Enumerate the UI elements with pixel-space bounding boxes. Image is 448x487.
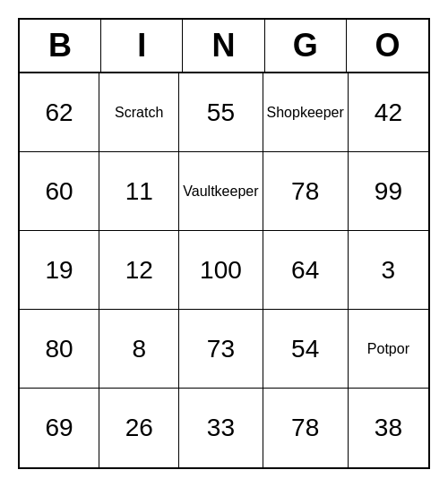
bingo-cell: 78: [263, 389, 349, 467]
bingo-cell: 73: [179, 310, 263, 389]
bingo-card: BINGO 62Scratch55Shopkeeper426011Vaultke…: [18, 18, 430, 469]
bingo-cell: 78: [263, 152, 349, 231]
bingo-cell: 3: [349, 231, 428, 310]
bingo-cell: Scratch: [99, 73, 179, 152]
bingo-cell: 54: [263, 310, 349, 389]
bingo-cell: 38: [349, 389, 428, 467]
bingo-cell: 62: [20, 73, 99, 152]
bingo-cell: 100: [179, 231, 263, 310]
bingo-header-letter: O: [347, 20, 428, 72]
bingo-cell: 42: [349, 73, 428, 152]
bingo-header-letter: B: [20, 20, 101, 72]
bingo-cell: 99: [349, 152, 428, 231]
bingo-header: BINGO: [20, 20, 428, 73]
bingo-cell: 11: [99, 152, 179, 231]
bingo-cell: 8: [99, 310, 179, 389]
bingo-header-letter: N: [183, 20, 264, 72]
bingo-cell: 26: [99, 389, 179, 467]
bingo-cell: Potpor: [349, 310, 428, 389]
bingo-cell: 60: [20, 152, 99, 231]
bingo-header-letter: G: [265, 20, 347, 72]
bingo-cell: 33: [179, 389, 263, 467]
bingo-cell: 12: [99, 231, 179, 310]
bingo-cell: Shopkeeper: [263, 73, 349, 152]
bingo-cell: 80: [20, 310, 99, 389]
bingo-cell: Vaultkeeper: [179, 152, 263, 231]
bingo-cell: 19: [20, 231, 99, 310]
bingo-grid: 62Scratch55Shopkeeper426011Vaultkeeper78…: [20, 73, 428, 467]
bingo-cell: 55: [179, 73, 263, 152]
bingo-header-letter: I: [101, 20, 183, 72]
bingo-cell: 64: [263, 231, 349, 310]
bingo-cell: 69: [20, 389, 99, 467]
